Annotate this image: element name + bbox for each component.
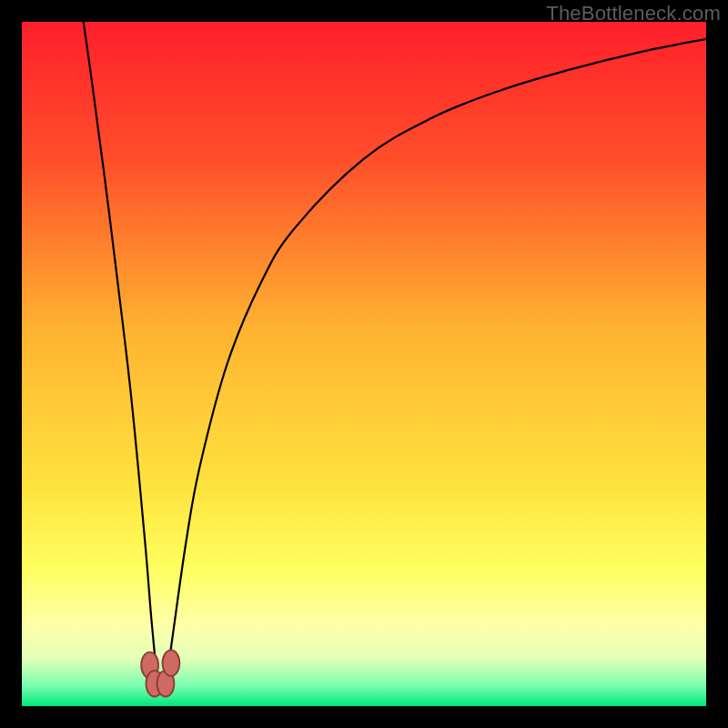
curve-minimum-marker bbox=[163, 650, 180, 676]
watermark-text: TheBottleneck.com bbox=[546, 2, 721, 25]
bottleneck-curve bbox=[22, 22, 706, 706]
chart-frame: TheBottleneck.com bbox=[0, 0, 728, 728]
plot-area bbox=[22, 22, 706, 706]
